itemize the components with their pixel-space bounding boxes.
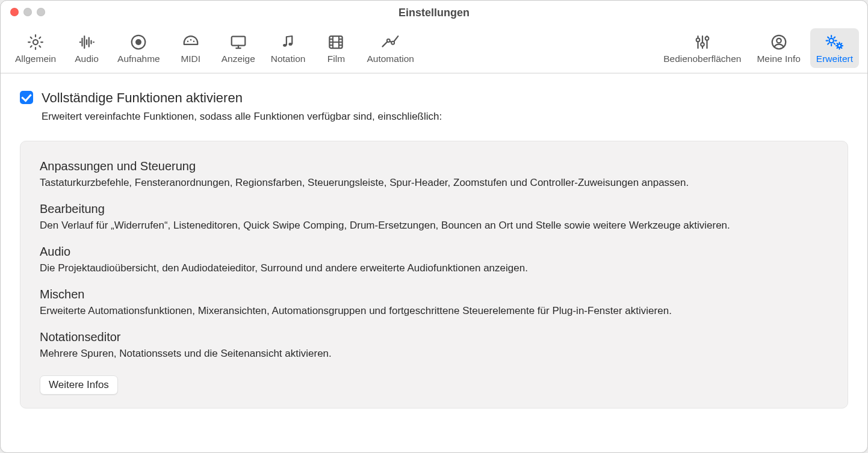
feature-description: Erweiterte Automationsfunktionen, Mixera… (40, 305, 828, 317)
svg-point-7 (283, 44, 287, 47)
feature-title: Mischen (40, 288, 828, 301)
window-controls (10, 8, 45, 16)
tab-audio[interactable]: Audio (66, 28, 108, 68)
advanced-pane: Vollständige Funktionen aktivieren Erwei… (1, 73, 867, 452)
preferences-window: Einstellungen Allgemein Audio Aufnahme (0, 0, 868, 453)
window-title: Einstellungen (398, 7, 470, 19)
tab-control-surfaces[interactable]: Bedienoberflächen (657, 28, 747, 68)
maximize-window-button[interactable] (37, 8, 45, 16)
feature-title: Anpassungen und Steuerung (40, 159, 828, 173)
svg-point-14 (705, 37, 708, 40)
svg-point-11 (391, 42, 394, 45)
svg-point-16 (777, 39, 781, 43)
more-info-button[interactable]: Weitere Infos (40, 375, 118, 395)
feature-item: BearbeitungDen Verlauf für „Widerrufen“,… (40, 202, 828, 232)
tab-display[interactable]: Anzeige (215, 28, 261, 68)
enable-complete-features-row: Vollständige Funktionen aktivieren (20, 90, 848, 106)
tab-notation[interactable]: Notation (265, 28, 312, 68)
svg-point-4 (190, 39, 191, 41)
svg-point-2 (135, 39, 141, 45)
tab-label: Aufnahme (117, 54, 160, 64)
titlebar: Einstellungen (1, 1, 867, 25)
sliders-icon (692, 32, 713, 52)
gears-icon (824, 32, 845, 52)
tab-midi[interactable]: MIDI (170, 28, 212, 68)
svg-point-5 (193, 41, 194, 43)
tab-recording[interactable]: Aufnahme (111, 28, 166, 68)
tab-label: Meine Info (757, 54, 800, 64)
enable-complete-features-checkbox[interactable] (20, 91, 33, 104)
svg-point-17 (829, 39, 834, 43)
feature-item: NotationseditorMehrere Spuren, Notations… (40, 330, 828, 360)
user-circle-icon (769, 32, 789, 52)
feature-title: Bearbeitung (40, 202, 828, 216)
automation-curve-icon (380, 32, 401, 52)
svg-rect-6 (231, 37, 245, 46)
close-window-button[interactable] (10, 8, 19, 16)
tab-label: MIDI (181, 54, 200, 64)
minimize-window-button[interactable] (23, 8, 32, 16)
svg-point-0 (33, 40, 38, 45)
tab-label: Erweitert (816, 54, 853, 64)
feature-description: Tastaturkurzbefehle, Fensteranordnungen,… (40, 177, 828, 189)
feature-description: Die Projektaudioübersicht, den Audiodate… (40, 262, 828, 274)
gear-icon (25, 32, 46, 52)
feature-description: Mehrere Spuren, Notationssets und die Se… (40, 348, 828, 360)
svg-point-10 (387, 39, 390, 42)
tab-general[interactable]: Allgemein (9, 28, 62, 68)
tab-label: Bedienoberflächen (663, 54, 741, 64)
feature-description: Den Verlauf für „Widerrufen“, Listenedit… (40, 220, 828, 232)
tab-label: Notation (271, 54, 306, 64)
tab-label: Audio (75, 54, 99, 64)
tab-label: Automation (367, 54, 414, 64)
waveform-icon (76, 32, 97, 52)
tab-advanced[interactable]: Erweitert (810, 28, 859, 68)
svg-point-8 (288, 43, 292, 46)
tab-label: Allgemein (15, 54, 56, 64)
feature-item: AudioDie Projektaudioübersicht, den Audi… (40, 245, 828, 274)
tab-label: Anzeige (222, 54, 255, 64)
feature-title: Audio (40, 245, 828, 259)
tab-film[interactable]: Film (315, 28, 357, 68)
tab-label: Film (327, 54, 345, 64)
monitor-icon (228, 32, 249, 52)
tab-my-info[interactable]: Meine Info (751, 28, 806, 68)
music-notes-icon (278, 32, 299, 52)
features-card: Anpassungen und SteuerungTastaturkurzbef… (20, 141, 848, 408)
svg-point-3 (187, 41, 188, 43)
preferences-toolbar: Allgemein Audio Aufnahme MIDI Anzeige (1, 25, 867, 73)
record-icon (128, 32, 149, 52)
midi-port-icon (181, 32, 201, 52)
feature-item: MischenErweiterte Automationsfunktionen,… (40, 288, 828, 317)
svg-point-12 (696, 38, 699, 42)
tab-automation[interactable]: Automation (361, 28, 420, 68)
svg-point-13 (701, 43, 704, 46)
film-icon (326, 32, 346, 52)
enable-complete-features-description: Erweitert vereinfachte Funktionen, sodas… (42, 111, 848, 123)
feature-item: Anpassungen und SteuerungTastaturkurzbef… (40, 159, 828, 189)
enable-complete-features-label: Vollständige Funktionen aktivieren (42, 90, 243, 106)
feature-title: Notationseditor (40, 330, 828, 344)
